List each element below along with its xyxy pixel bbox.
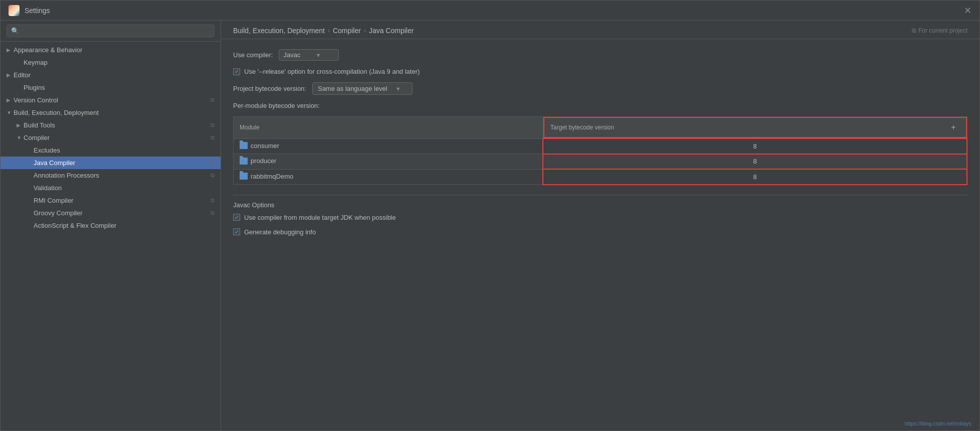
version-cell[interactable]: 8	[543, 154, 967, 170]
copy-icon: ⧉	[211, 210, 215, 216]
sidebar-item-rmi-compiler[interactable]: RMI Compiler⧉	[1, 194, 221, 207]
sidebar-item-label: Version Control	[14, 96, 208, 104]
search-input[interactable]	[7, 25, 215, 37]
sidebar: ▶Appearance & BehaviorKeymap▶EditorPlugi…	[1, 21, 221, 430]
generate-debug-checkbox[interactable]	[233, 228, 240, 235]
copy-icon: ⧉	[211, 134, 215, 141]
panel-header: Build, Execution, Deployment › Compiler …	[221, 21, 979, 39]
breadcrumb-sep1: ›	[328, 27, 330, 34]
use-module-jdk-label: Use compiler from module target JDK when…	[244, 214, 396, 221]
close-button[interactable]: ✕	[964, 6, 971, 15]
version-cell[interactable]: 8	[543, 138, 967, 154]
tree-arrow-icon: ▶	[7, 97, 14, 103]
sidebar-item-label: Keymap	[24, 59, 215, 66]
copy-icon: ⧉	[211, 197, 215, 204]
tree-arrow-icon: ▶	[17, 122, 24, 128]
generate-debug-row: Generate debugging info	[233, 228, 967, 236]
settings-dialog: Settings ✕ ▶Appearance & BehaviorKeymap▶…	[0, 0, 980, 431]
sidebar-item-version-control[interactable]: ▶Version Control⧉	[1, 94, 221, 106]
section-divider	[233, 195, 967, 195]
generate-debug-label: Generate debugging info	[244, 228, 316, 236]
copy-icon: ⧉	[211, 122, 215, 128]
bytecode-dropdown-arrow-icon: ▼	[396, 86, 401, 92]
sidebar-item-label: Build Tools	[24, 121, 208, 129]
sidebar-item-label: Compiler	[24, 134, 208, 141]
sidebar-item-validation[interactable]: Validation	[1, 182, 221, 194]
sidebar-item-editor[interactable]: ▶Editor	[1, 69, 221, 81]
sidebar-item-label: Java Compiler	[34, 159, 208, 167]
copy-icon: ⧉	[211, 172, 215, 179]
sidebar-item-label: Validation	[34, 184, 215, 192]
use-module-jdk-checkbox[interactable]	[233, 214, 240, 221]
sidebar-item-annotation-processors[interactable]: Annotation Processors⧉	[1, 169, 221, 182]
module-icon: consumer	[240, 142, 279, 150]
breadcrumb-part1: Build, Execution, Deployment	[233, 27, 325, 35]
breadcrumb-part2: Compiler	[333, 27, 361, 35]
sidebar-item-label: Appearance & Behavior	[14, 46, 215, 54]
tree-arrow-icon: ▶	[7, 72, 14, 78]
sidebar-tree: ▶Appearance & BehaviorKeymap▶EditorPlugi…	[1, 42, 221, 430]
sidebar-item-label: Plugins	[24, 84, 215, 91]
sidebar-item-compiler[interactable]: ▼Compiler⧉	[1, 131, 221, 144]
per-module-section: Per-module bytecode version: Module Targ…	[233, 102, 967, 187]
sidebar-item-label: Excludes	[34, 147, 215, 154]
release-checkbox[interactable]	[233, 68, 240, 75]
compiler-dropdown[interactable]: Javac ▼	[279, 49, 339, 61]
compiler-value: Javac	[283, 51, 300, 59]
tree-arrow-icon: ▼	[17, 135, 24, 140]
sidebar-item-actionscript[interactable]: ActionScript & Flex Compiler	[1, 219, 221, 232]
bottom-link: https://blog.csdn.net/mitays	[221, 418, 979, 430]
sidebar-item-groovy-compiler[interactable]: Groovy Compiler⧉	[1, 207, 221, 219]
table-row: rabbitmqDemo 8	[234, 169, 967, 185]
add-module-button[interactable]: +	[947, 121, 959, 134]
search-box	[1, 21, 221, 42]
use-compiler-row: Use compiler: Javac ▼	[233, 49, 967, 61]
per-module-label: Per-module bytecode version:	[233, 102, 967, 109]
dialog-title: Settings	[25, 7, 50, 15]
use-compiler-label: Use compiler:	[233, 51, 273, 59]
csdn-link[interactable]: https://blog.csdn.net/mitays	[905, 420, 971, 426]
release-option-label: Use '--release' option for cross-compila…	[244, 68, 420, 75]
dropdown-arrow-icon: ▼	[315, 52, 321, 58]
module-icon: producer	[240, 157, 276, 165]
sidebar-item-label: RMI Compiler	[34, 197, 208, 204]
breadcrumb-part3: Java Compiler	[369, 27, 414, 35]
sidebar-item-build-tools[interactable]: ▶Build Tools⧉	[1, 119, 221, 131]
module-name-cell: rabbitmqDemo	[234, 169, 543, 185]
right-panel: Build, Execution, Deployment › Compiler …	[221, 21, 979, 430]
folder-icon	[240, 158, 248, 165]
title-bar-left: Settings	[9, 5, 50, 16]
table-wrapper: Module Target bytecode version +	[233, 112, 967, 185]
folder-icon	[240, 173, 248, 180]
for-project-label: ⧉ For current project	[912, 27, 967, 34]
breadcrumb-sep2: ›	[364, 27, 366, 34]
project-bytecode-dropdown[interactable]: Same as language level ▼	[312, 82, 413, 95]
main-content: ▶Appearance & BehaviorKeymap▶EditorPlugi…	[1, 21, 979, 430]
project-bytecode-value: Same as language level	[318, 85, 387, 92]
use-module-jdk-row: Use compiler from module target JDK when…	[233, 214, 967, 221]
module-name-cell: producer	[234, 154, 543, 170]
sidebar-item-plugins[interactable]: Plugins	[1, 81, 221, 94]
folder-icon	[240, 142, 248, 149]
sidebar-item-java-compiler[interactable]: Java Compiler⧉	[1, 157, 221, 169]
version-cell[interactable]: 8	[543, 169, 967, 185]
sidebar-item-label: Editor	[14, 71, 215, 79]
app-icon	[9, 5, 20, 16]
copy-icon: ⧉	[211, 97, 215, 103]
sidebar-item-build-exec-deploy[interactable]: ▼Build, Execution, Deployment	[1, 106, 221, 119]
table-row: consumer 8	[234, 138, 967, 154]
module-icon: rabbitmqDemo	[240, 173, 293, 180]
sidebar-item-keymap[interactable]: Keymap	[1, 56, 221, 69]
tree-arrow-icon: ▼	[7, 110, 14, 115]
col-target-bytecode: Target bytecode version +	[543, 117, 967, 138]
module-name-cell: consumer	[234, 138, 543, 154]
sidebar-item-label: ActionScript & Flex Compiler	[34, 222, 215, 229]
copy-icon: ⧉	[912, 27, 916, 34]
module-table: Module Target bytecode version +	[233, 116, 967, 185]
sidebar-item-excludes[interactable]: Excludes	[1, 144, 221, 157]
copy-icon: ⧉	[211, 160, 215, 166]
javac-options-title: Javac Options	[233, 201, 967, 209]
project-bytecode-label: Project bytecode version:	[233, 85, 306, 92]
sidebar-item-appearance[interactable]: ▶Appearance & Behavior	[1, 44, 221, 56]
tree-arrow-icon: ▶	[7, 47, 14, 53]
